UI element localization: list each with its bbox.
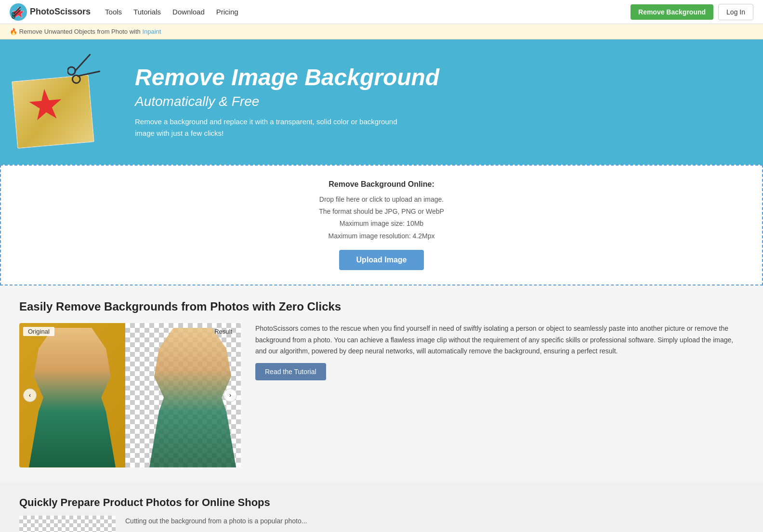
- announcement-link[interactable]: Inpaint: [142, 28, 161, 35]
- upload-image-button[interactable]: Upload Image: [339, 250, 424, 270]
- hero-description: Remove a background and replace it with …: [135, 116, 414, 139]
- read-tutorial-button[interactable]: Read the Tutorial: [255, 363, 326, 380]
- nav-tutorials[interactable]: Tutorials: [133, 8, 161, 16]
- navbar: PhotoScissors Tools Tutorials Download P…: [0, 0, 763, 24]
- nav-pricing[interactable]: Pricing: [216, 8, 238, 16]
- demo-section-title: Easily Remove Backgrounds from Photos wi…: [19, 300, 744, 313]
- brand-logo[interactable]: PhotoScissors: [10, 3, 91, 21]
- hero-illustration: [10, 54, 106, 150]
- demo-description-text: PhotoScissors comes to the rescue when y…: [255, 323, 744, 357]
- brand-name: PhotoScissors: [30, 7, 91, 17]
- hero-section: Remove Image Background Automatically & …: [0, 39, 763, 165]
- nav-download[interactable]: Download: [172, 8, 205, 16]
- hero-content: Remove Image Background Automatically & …: [116, 65, 734, 140]
- upload-line3: Maximum image size: 10Mb: [213, 218, 550, 230]
- upload-line4: Maximum image resolution: 4.2Mpx: [213, 230, 550, 242]
- demo-description-area: PhotoScissors comes to the rescue when y…: [255, 323, 744, 380]
- hero-subtitle: Automatically & Free: [135, 94, 734, 109]
- demo-area: Original Result ‹ › PhotoScissors comes …: [19, 323, 744, 467]
- bottom-section-title: Quickly Prepare Product Photos for Onlin…: [19, 496, 744, 509]
- navbar-actions: Remove Background Log In: [631, 4, 753, 20]
- demo-label-result: Result: [210, 327, 237, 336]
- upload-zone-wrapper: Remove Background Online: Drop file here…: [0, 165, 763, 285]
- bottom-description-text: Cutting out the background from a photo …: [125, 516, 307, 527]
- demo-image-container: Original Result ‹ ›: [19, 323, 241, 467]
- demo-next-button[interactable]: ›: [224, 389, 237, 402]
- announcement-icon: 🔥: [10, 28, 17, 35]
- demo-section: Easily Remove Backgrounds from Photos wi…: [0, 285, 763, 482]
- upload-zone-title: Remove Background Online:: [213, 180, 550, 189]
- svg-line-9: [78, 65, 100, 82]
- announcement-bar: 🔥 Remove Unwanted Objects from Photo wit…: [0, 24, 763, 39]
- login-button[interactable]: Log In: [718, 4, 753, 20]
- demo-label-original: Original: [23, 327, 54, 336]
- hero-starfish: [27, 87, 64, 124]
- bottom-section: Quickly Prepare Product Photos for Onlin…: [0, 482, 763, 532]
- announcement-text: Remove Unwanted Objects from Photo with: [19, 28, 143, 35]
- upload-zone-text: Drop file here or click to upload an ima…: [213, 194, 550, 242]
- nav-tools[interactable]: Tools: [105, 8, 122, 16]
- upload-zone[interactable]: Remove Background Online: Drop file here…: [213, 180, 550, 270]
- upload-line2: The format should be JPG, PNG or WebP: [213, 206, 550, 218]
- remove-background-button[interactable]: Remove Background: [631, 4, 713, 20]
- nav-links: Tools Tutorials Download Pricing: [105, 8, 631, 16]
- bottom-image-placeholder: [19, 516, 116, 532]
- hero-title: Remove Image Background: [135, 65, 734, 91]
- demo-prev-button[interactable]: ‹: [23, 389, 37, 402]
- demo-navigation: ‹ ›: [19, 389, 241, 402]
- upload-line1: Drop file here or click to upload an ima…: [213, 194, 550, 206]
- scissors-icon: [67, 54, 106, 92]
- brand-icon: [10, 3, 27, 21]
- hero-image: [10, 54, 116, 150]
